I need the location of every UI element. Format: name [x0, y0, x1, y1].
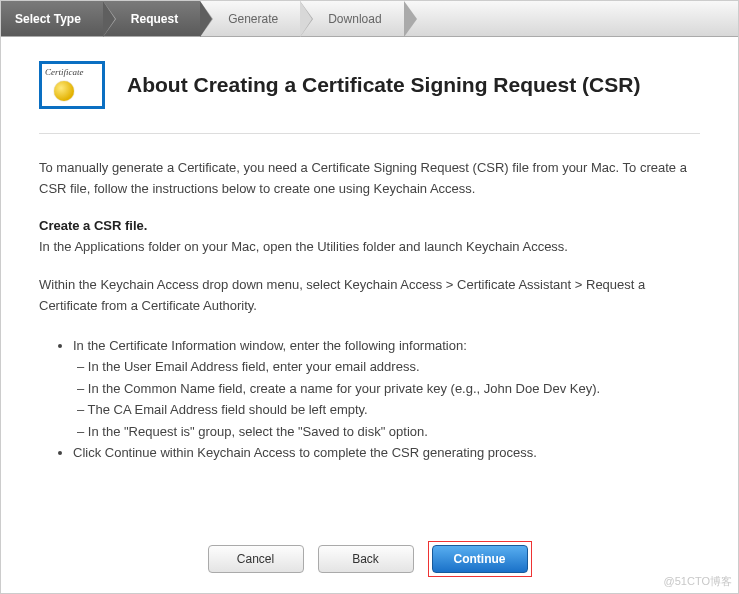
back-button[interactable]: Back — [318, 545, 414, 573]
continue-button[interactable]: Continue — [432, 545, 528, 573]
button-bar: Cancel Back Continue — [1, 541, 738, 577]
highlight-box: Continue — [428, 541, 532, 577]
watermark: @51CTO博客 — [664, 574, 732, 589]
list-item: Click Continue within Keychain Access to… — [73, 442, 700, 463]
content-area: Certificate About Creating a Certificate… — [1, 37, 738, 464]
breadcrumb: Select Type Request Generate Download — [1, 1, 738, 37]
seal-icon — [54, 81, 74, 101]
list-item: In the Common Name field, create a name … — [73, 378, 700, 399]
list-item: In the User Email Address field, enter y… — [73, 356, 700, 377]
breadcrumb-label: Select Type — [15, 12, 81, 26]
list-item: In the "Request is" group, select the "S… — [73, 421, 700, 442]
certificate-icon: Certificate — [39, 61, 105, 109]
certificate-icon-label: Certificate — [45, 67, 99, 77]
divider — [39, 133, 700, 134]
header-row: Certificate About Creating a Certificate… — [39, 61, 700, 109]
steps-list: In the Certificate Information window, e… — [39, 335, 700, 464]
section-heading: Create a CSR file. — [39, 218, 700, 233]
intro-paragraph: To manually generate a Certificate, you … — [39, 158, 700, 200]
page-title: About Creating a Certificate Signing Req… — [127, 73, 640, 97]
section-paragraph-2: Within the Keychain Access drop down men… — [39, 275, 700, 317]
breadcrumb-label: Download — [328, 12, 381, 26]
list-item: In the Certificate Information window, e… — [73, 335, 700, 356]
breadcrumb-label: Request — [131, 12, 178, 26]
cancel-button[interactable]: Cancel — [208, 545, 304, 573]
breadcrumb-step-request[interactable]: Request — [103, 1, 200, 36]
list-item: The CA Email Address field should be lef… — [73, 399, 700, 420]
breadcrumb-step-select-type[interactable]: Select Type — [1, 1, 103, 36]
section-paragraph-1: In the Applications folder on your Mac, … — [39, 237, 700, 258]
breadcrumb-step-generate: Generate — [200, 1, 300, 36]
breadcrumb-label: Generate — [228, 12, 278, 26]
breadcrumb-step-download: Download — [300, 1, 403, 36]
